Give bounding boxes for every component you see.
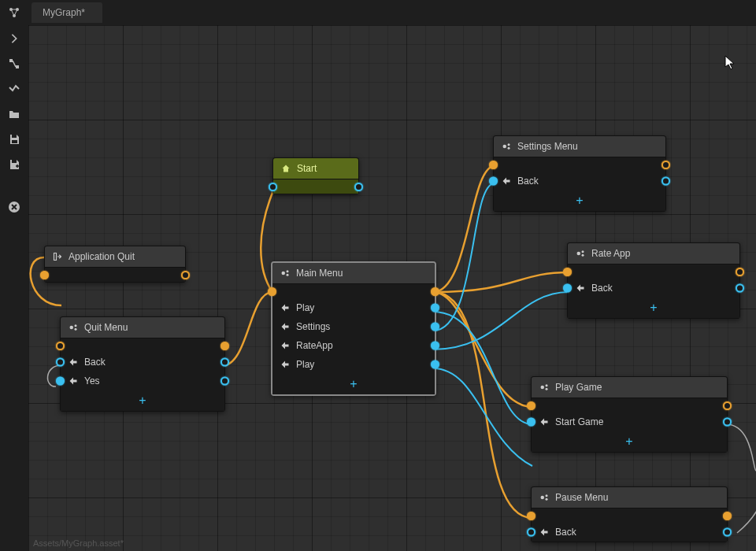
out-port[interactable]: [181, 271, 190, 279]
node-header[interactable]: Pause Menu: [532, 487, 727, 508]
chevron-right-icon[interactable]: [7, 31, 21, 46]
svg-rect-7: [12, 160, 17, 163]
in-port[interactable]: [269, 183, 277, 191]
node-title: Quit Menu: [84, 322, 128, 333]
node-row[interactable]: Yes: [61, 372, 224, 390]
add-row-button[interactable]: +: [272, 374, 435, 394]
action-icon: [280, 303, 290, 312]
row-label: Back: [84, 357, 106, 368]
out-port[interactable]: [736, 268, 744, 276]
row-out-port[interactable]: [220, 377, 229, 386]
save-as-icon[interactable]: [7, 157, 21, 172]
node-icon: [539, 383, 549, 392]
folder-icon[interactable]: [7, 107, 21, 121]
node-rate-app[interactable]: Rate App Back +: [567, 242, 740, 319]
row-out-port[interactable]: [736, 284, 744, 293]
out-port[interactable]: [431, 287, 439, 296]
in-port[interactable]: [40, 271, 49, 279]
out-port[interactable]: [220, 342, 229, 350]
cursor-icon: [724, 55, 737, 73]
zigzag-icon[interactable]: [7, 82, 21, 96]
in-port[interactable]: [527, 401, 536, 410]
node-header[interactable]: Play Game: [532, 377, 727, 398]
node-application-quit[interactable]: Application Quit: [44, 246, 186, 283]
add-row-button[interactable]: +: [61, 390, 224, 411]
node-body: Back +: [568, 279, 739, 318]
node-title: Start: [297, 163, 317, 174]
node-row[interactable]: Back: [568, 279, 739, 298]
action-icon: [280, 341, 290, 350]
svg-point-10: [75, 324, 77, 327]
row-out-port[interactable]: [431, 361, 439, 369]
node-row[interactable]: Start Game: [532, 412, 727, 431]
node-header[interactable]: Settings Menu: [494, 136, 665, 157]
node-header[interactable]: Start: [273, 158, 358, 179]
save-icon[interactable]: [7, 132, 21, 146]
node-row[interactable]: RateApp: [272, 336, 435, 355]
node-settings-menu[interactable]: Settings Menu Back +: [493, 135, 666, 212]
in-port[interactable]: [489, 161, 498, 169]
row-in-port[interactable]: [563, 284, 572, 293]
action-icon: [280, 360, 290, 369]
svg-point-22: [546, 384, 548, 386]
node-row[interactable]: Back: [494, 172, 665, 190]
add-row-button[interactable]: +: [494, 190, 665, 211]
node-port-strip: [532, 508, 727, 523]
in-port[interactable]: [56, 342, 65, 350]
node-main-menu[interactable]: Main Menu Play Settings RateApp: [271, 261, 436, 396]
svg-point-13: [287, 270, 289, 272]
node-start[interactable]: Start: [272, 157, 359, 194]
node-header[interactable]: Application Quit: [45, 246, 185, 268]
node-play-game[interactable]: Play Game Start Game +: [531, 376, 728, 453]
node-row[interactable]: Back: [61, 353, 224, 372]
topbar: MyGraph*: [0, 0, 756, 25]
graph-canvas[interactable]: Start Application Quit Quit Menu: [28, 25, 756, 551]
out-port[interactable]: [662, 161, 670, 169]
action-icon: [69, 376, 78, 386]
row-label: Back: [555, 527, 576, 538]
row-label: Settings: [296, 321, 330, 332]
node-port-strip: [45, 268, 185, 282]
row-out-port[interactable]: [220, 358, 229, 367]
add-row-button[interactable]: +: [532, 431, 727, 452]
node-port-strip: [273, 179, 358, 194]
node-row[interactable]: Play: [272, 355, 435, 374]
node-row[interactable]: Settings: [272, 317, 435, 336]
svg-rect-6: [12, 140, 17, 143]
out-port[interactable]: [354, 183, 363, 191]
graph-tab[interactable]: MyGraph*: [32, 2, 102, 23]
svg-point-15: [503, 145, 507, 149]
node-row[interactable]: Play: [272, 298, 435, 317]
node-title: Rate App: [591, 248, 630, 259]
node-icon: [502, 142, 511, 151]
in-port[interactable]: [563, 268, 572, 276]
row-out-port[interactable]: [723, 418, 732, 427]
svg-point-24: [541, 496, 545, 500]
in-port[interactable]: [527, 512, 536, 520]
row-in-port[interactable]: [527, 418, 536, 427]
graph-icon[interactable]: [7, 57, 21, 71]
out-port[interactable]: [723, 401, 732, 410]
node-pause-menu[interactable]: Pause Menu Back: [531, 486, 728, 542]
row-in-port[interactable]: [56, 377, 65, 386]
close-circle-icon[interactable]: [7, 200, 21, 214]
node-header[interactable]: Rate App: [568, 243, 739, 264]
row-in-port[interactable]: [527, 528, 536, 537]
row-in-port[interactable]: [56, 358, 65, 367]
row-out-port[interactable]: [662, 177, 670, 186]
status-bar: Assets/MyGraph.asset*: [33, 538, 124, 548]
row-out-port[interactable]: [431, 342, 439, 350]
node-quit-menu[interactable]: Quit Menu Back Yes +: [60, 316, 225, 412]
node-header[interactable]: Quit Menu: [61, 317, 224, 338]
row-out-port[interactable]: [431, 323, 439, 331]
svg-point-19: [582, 250, 584, 253]
in-port[interactable]: [268, 287, 276, 296]
node-row[interactable]: Back: [532, 523, 727, 542]
row-in-port[interactable]: [489, 177, 498, 186]
row-out-port[interactable]: [723, 528, 732, 537]
node-header[interactable]: Main Menu: [272, 263, 435, 284]
add-row-button[interactable]: +: [568, 298, 739, 318]
svg-point-26: [546, 498, 548, 501]
row-out-port[interactable]: [431, 304, 439, 312]
out-port[interactable]: [723, 512, 732, 520]
